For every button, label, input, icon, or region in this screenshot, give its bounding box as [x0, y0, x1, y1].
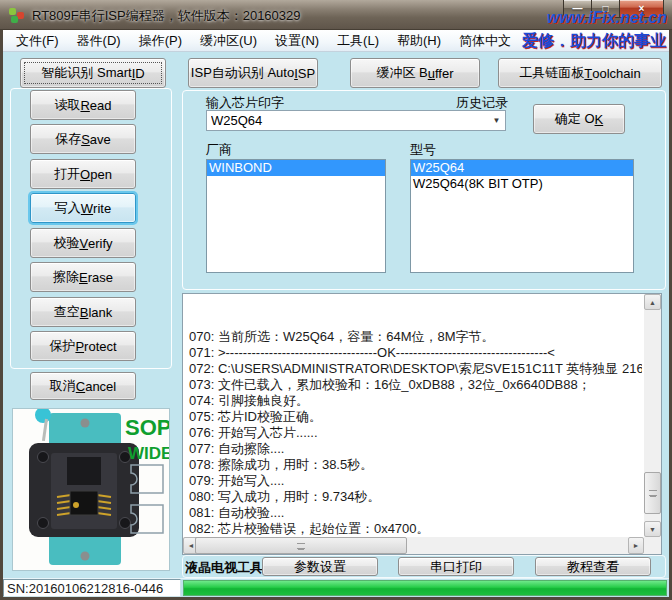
list-item[interactable]: WINBOND	[207, 160, 385, 176]
save-button[interactable]: 保存 Save	[30, 124, 136, 154]
lcd-tools-label: 液晶电视工具	[185, 559, 263, 577]
chip-input[interactable]	[207, 111, 488, 130]
tutorial-button[interactable]: 教程查看	[535, 557, 651, 576]
window-frame: 文件(F)器件(D)操作(P)缓冲区(U)设置(N)工具(L)帮助(H)简体中文…	[0, 30, 672, 600]
label: W	[81, 201, 93, 216]
menu-item[interactable]: 器件(D)	[68, 30, 130, 51]
label: S	[81, 132, 90, 147]
label: ISP自动识别 Auto	[191, 64, 294, 82]
menu-item[interactable]: 设置(N)	[266, 30, 328, 51]
vertical-scroll-thumb[interactable]	[644, 472, 661, 514]
log-line: 075: 芯片ID校验正确。	[189, 409, 642, 425]
list-item[interactable]: W25Q64(8K BIT OTP)	[411, 176, 633, 192]
scrollbar-corner	[644, 537, 661, 554]
horizontal-scroll-thumb[interactable]	[195, 537, 407, 554]
label: 校验	[53, 234, 79, 252]
label: rase	[88, 270, 113, 285]
sop8-adapter-illustration: SOP8 WIDE	[13, 409, 169, 570]
label: rotect	[84, 339, 117, 354]
chevron-down-icon[interactable]: ▼	[488, 111, 505, 130]
manufacturer-list[interactable]: WINBOND	[206, 159, 386, 273]
label: P	[75, 339, 84, 354]
label: 保护	[49, 337, 75, 355]
label: oolchain	[592, 66, 640, 81]
write-button[interactable]: 写入 Write	[30, 193, 136, 223]
label: C	[76, 379, 85, 394]
list-item[interactable]: W25Q64	[411, 160, 633, 176]
buffer-button[interactable]: 缓冲区 Buffer	[350, 58, 480, 88]
protect-button[interactable]: 保护 Protect	[30, 331, 136, 361]
menu-item[interactable]: 操作(P)	[130, 30, 191, 51]
brand-url: www.iFix.net.cn	[547, 9, 667, 27]
label: 参数设置	[294, 558, 346, 576]
label: 查空	[54, 303, 80, 321]
label: I	[132, 66, 136, 81]
label: R	[80, 98, 89, 113]
smartid-button[interactable]: 智能识别 SmartID	[20, 58, 166, 88]
model-label: 型号	[410, 141, 436, 159]
log-line: 082: 芯片校验错误，起始位置：0x4700。	[189, 521, 642, 535]
log-line: 081: 自动校验....	[189, 505, 642, 521]
label: B	[80, 305, 89, 320]
manufacturer-label: 厂商	[206, 141, 232, 159]
log-line: 078: 擦除成功，用时：38.5秒。	[189, 457, 642, 473]
blank-button[interactable]: 查空 Blank	[30, 297, 136, 327]
log-area[interactable]: 070: 当前所选：W25Q64，容量：64M位，8M字节。071: >----…	[182, 293, 662, 555]
photo-caption-sop8: SOP8	[125, 415, 169, 440]
label: u	[428, 66, 435, 81]
menu-item[interactable]: 帮助(H)	[388, 30, 450, 51]
photo-caption-wide: WIDE	[128, 444, 169, 463]
label: 读取	[54, 96, 80, 114]
label: T	[584, 66, 592, 81]
read-button[interactable]: 读取 Read	[30, 90, 136, 120]
label: 工具链面板	[519, 64, 584, 82]
ok-button[interactable]: 确定 OK	[533, 104, 625, 134]
erase-button[interactable]: 擦除 Erase	[30, 262, 136, 292]
label: ffer	[435, 66, 454, 81]
label: D	[135, 66, 144, 81]
label: 串口打印	[430, 558, 482, 576]
autoisp-button[interactable]: ISP自动识别 AutoISP	[188, 58, 318, 88]
scroll-up-icon[interactable]: ▲	[644, 294, 661, 310]
horizontal-scrollbar[interactable]: ◄ ►	[183, 537, 644, 554]
status-bar: SN:20160106212816-0446	[3, 578, 669, 597]
scroll-down-icon[interactable]: ▼	[644, 521, 661, 537]
open-button[interactable]: 打开 Open	[30, 159, 136, 189]
label: 确定 O	[555, 110, 595, 128]
log-line: 080: 写入成功，用时：9.734秒。	[189, 489, 642, 505]
serial-number: SN:20160106212816-0446	[3, 579, 181, 597]
log-line: 079: 开始写入....	[189, 473, 642, 489]
label: 教程查看	[567, 558, 619, 576]
chip-combo: ▼	[206, 110, 506, 131]
label: 保存	[55, 130, 81, 148]
label: ead	[90, 98, 112, 113]
label: K	[595, 112, 604, 127]
brand-slogan: 爱修．助力你的事业	[522, 31, 666, 52]
label: 打开	[54, 165, 80, 183]
model-list[interactable]: W25Q64 W25Q64(8K BIT OTP)	[410, 159, 634, 273]
menu-item[interactable]: 工具(L)	[328, 30, 388, 51]
app-window: RT809F串行ISP编程器，软件版本：20160329 — □ × www.i…	[0, 0, 672, 600]
log-line: 071: >----------------------------------…	[189, 345, 642, 361]
label: 擦除	[53, 268, 79, 286]
menu-item[interactable]: 缓冲区(U)	[191, 30, 266, 51]
verify-button[interactable]: 校验 Verify	[30, 228, 136, 258]
label: V	[79, 236, 88, 251]
menu-item[interactable]: 文件(F)	[7, 30, 68, 51]
progress-bar	[183, 580, 667, 596]
label: SP	[298, 66, 315, 81]
log-lines: 070: 当前所选：W25Q64，容量：64M位，8M字节。071: >----…	[185, 296, 642, 535]
label: ancel	[85, 379, 116, 394]
label: 智能识别 Smart	[41, 64, 131, 82]
toolchain-button[interactable]: 工具链面板 Toolchain	[498, 58, 662, 88]
cancel-button[interactable]: 取消 Cancel	[30, 372, 136, 400]
vertical-scrollbar[interactable]: ▲ ▼	[644, 294, 661, 537]
scroll-right-icon[interactable]: ►	[628, 537, 644, 554]
menu-item[interactable]: 简体中文	[450, 30, 520, 51]
label: O	[80, 167, 90, 182]
param-settings-button[interactable]: 参数设置	[262, 557, 378, 576]
log-line: 070: 当前所选：W25Q64，容量：64M位，8M字节。	[189, 329, 642, 345]
serial-print-button[interactable]: 串口打印	[398, 557, 514, 576]
log-line: 077: 自动擦除....	[189, 441, 642, 457]
label: lank	[88, 305, 112, 320]
